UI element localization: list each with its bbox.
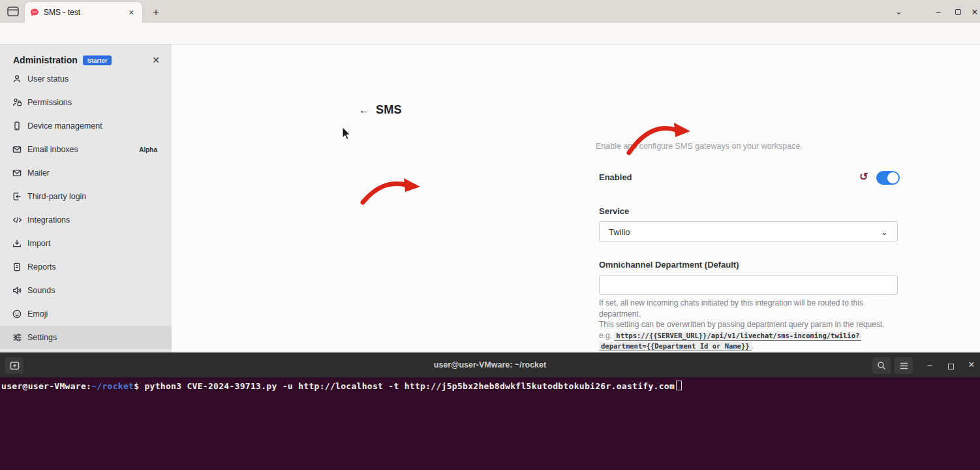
sidebar-item-device-management[interactable]: Device management <box>0 114 172 138</box>
device-management-icon <box>12 121 22 131</box>
reset-setting-icon[interactable]: ↺ <box>859 170 868 183</box>
sidebar-close-icon[interactable]: ✕ <box>149 54 162 67</box>
window-close-button[interactable]: ✕ <box>968 5 980 18</box>
department-input[interactable] <box>599 275 898 295</box>
browser-tab[interactable]: SMS - test ✕ <box>25 2 142 23</box>
firefox-view-icon[interactable] <box>5 4 21 19</box>
page-title: SMS <box>376 103 402 117</box>
plan-badge: Starter <box>83 55 112 65</box>
sidebar-item-label: Email inboxes <box>27 145 78 154</box>
terminal-body[interactable]: user@user-VMware:~/rocket$ python3 CVE-2… <box>0 377 980 470</box>
service-selected-value: Twilio <box>609 227 630 237</box>
example-url-code: https://{{SERVER_URL}}/api/v1/livechat/s… <box>614 332 861 341</box>
back-arrow-icon[interactable]: ← <box>359 104 369 116</box>
service-select[interactable]: Twilio ⌄ <box>599 221 898 242</box>
help-line-1: If set, all new incoming chats initiated… <box>599 298 902 319</box>
sidebar-item-third-party-login[interactable]: Third-party login <box>0 185 172 208</box>
sidebar-item-label: Permissions <box>27 98 72 107</box>
sidebar-item-sounds[interactable]: Sounds <box>0 279 172 302</box>
sidebar-item-label: Integrations <box>27 215 70 225</box>
sidebar-title: Administration <box>13 55 78 65</box>
sidebar-item-label: Emoji <box>27 309 48 319</box>
tab-close-icon[interactable]: ✕ <box>126 7 137 18</box>
prompt-symbol: $ <box>134 381 144 391</box>
permissions-icon <box>12 97 22 108</box>
terminal-minimize-button[interactable]: – <box>924 360 936 369</box>
terminal-titlebar: user@user-VMware: ~/rocket – ✕ <box>0 352 980 377</box>
mailer-icon <box>12 168 22 178</box>
sidebar-item-integrations[interactable]: Integrations <box>0 208 172 232</box>
third-party-login-icon <box>12 191 22 202</box>
user-status-icon <box>12 74 22 84</box>
new-tab-button[interactable]: + <box>149 5 163 20</box>
sidebar-item-label: Reports <box>27 262 56 272</box>
terminal-maximize-button[interactable] <box>945 362 957 371</box>
reports-icon <box>12 262 22 272</box>
integrations-icon <box>12 215 22 225</box>
terminal-close-button[interactable]: ✕ <box>966 360 977 369</box>
browser-titlebar: SMS - test ✕ + ⌄ – ✕ <box>0 0 980 23</box>
chevron-down-icon: ⌄ <box>881 227 888 237</box>
example-url-code-2: department={{Department Id or Name}} <box>599 342 752 351</box>
sidebar-item-mailer[interactable]: Mailer <box>0 161 172 185</box>
sidebar-item-import[interactable]: Import <box>0 232 172 255</box>
browser-toolbar: ← → localhost/admin/settings/SMS ☆ ≡ <box>0 23 980 44</box>
enabled-label: Enabled <box>599 172 632 182</box>
prompt-user-host: user@user-VMware <box>1 381 86 391</box>
emoji-icon <box>12 309 22 319</box>
help-line-2: This setting can be overwritten by passi… <box>599 319 902 330</box>
sidebar-list: User statusPermissionsDevice managementE… <box>0 67 172 349</box>
department-label: Omnichannel Department (Default) <box>599 260 739 270</box>
sidebar-item-label: Mailer <box>27 168 50 178</box>
admin-sidebar: Administration Starter ✕ User statusPerm… <box>0 44 172 352</box>
sidebar-item-email-inboxes[interactable]: Email inboxesAlpha <box>0 138 172 161</box>
sidebar-item-settings[interactable]: Settings <box>0 326 172 349</box>
sidebar-item-label: Third-party login <box>27 192 86 201</box>
service-label: Service <box>599 206 629 216</box>
alpha-badge: Alpha <box>139 146 157 153</box>
sidebar-item-label: User status <box>27 74 69 84</box>
sidebar-item-label: Device management <box>27 121 102 131</box>
help-example-line: e.g. https://{{SERVER_URL}}/api/v1/livec… <box>599 330 902 352</box>
window-minimize-button[interactable]: – <box>932 5 945 18</box>
enabled-toggle[interactable] <box>876 171 900 185</box>
settings-main: ← SMS Enable and configure SMS gateways … <box>172 44 980 352</box>
prompt-path: ~/rocket <box>91 381 134 391</box>
terminal-title: user@user-VMware: ~/rocket <box>0 360 980 369</box>
rocketchat-favicon <box>30 8 39 17</box>
import-icon <box>12 238 22 249</box>
window-maximize-button[interactable] <box>951 5 964 18</box>
tab-title: SMS - test <box>44 8 126 17</box>
sounds-icon <box>12 285 22 296</box>
sidebar-item-user-status[interactable]: User status <box>0 67 172 91</box>
sidebar-item-emoji[interactable]: Emoji <box>0 302 172 326</box>
sidebar-item-label: Sounds <box>27 286 55 295</box>
terminal-menu-button[interactable] <box>895 357 913 374</box>
terminal-command: python3 CVE-2024-39713.py -u http://loca… <box>144 381 675 391</box>
terminal-search-button[interactable] <box>872 357 891 374</box>
settings-icon <box>12 332 22 343</box>
terminal-cursor <box>676 381 682 390</box>
terminal-prompt-line: user@user-VMware:~/rocket$ python3 CVE-2… <box>0 377 980 391</box>
list-tabs-chevron-icon[interactable]: ⌄ <box>891 5 906 18</box>
sidebar-item-reports[interactable]: Reports <box>0 255 172 279</box>
section-description: Enable and configure SMS gateways on you… <box>596 142 803 151</box>
email-inboxes-icon <box>12 144 22 155</box>
sidebar-item-permissions[interactable]: Permissions <box>0 91 172 114</box>
sidebar-item-label: Settings <box>27 333 57 342</box>
sidebar-item-label: Import <box>27 239 50 248</box>
